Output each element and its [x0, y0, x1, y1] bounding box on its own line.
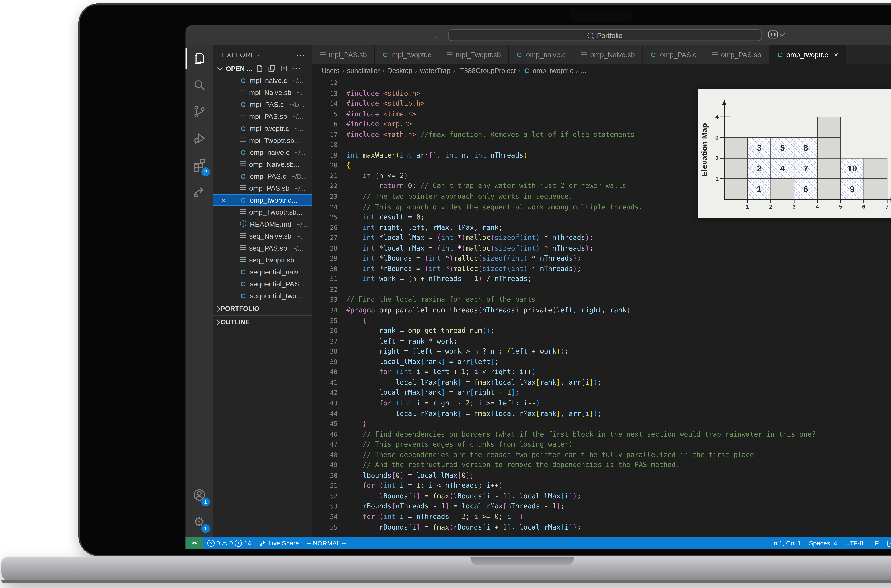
open-editor-item[interactable]: Comp_PAS.c~/D...: [213, 170, 312, 182]
open-editors-more-icon[interactable]: ···: [292, 64, 302, 72]
code-line[interactable]: 27 int *local_lMax = (int *)malloc(sizeo…: [312, 233, 891, 243]
tab-mpi_twoptr.c[interactable]: Cmpi_twoptr.c: [375, 45, 439, 64]
code-line[interactable]: 26 int right, left, rMax, lMax, rank;: [312, 222, 891, 233]
code-line[interactable]: 43 for (int i = right - 2; i >= left; i-…: [312, 398, 891, 408]
code-line[interactable]: 37 left = rank * work;: [312, 336, 891, 346]
open-editor-item[interactable]: seq_PAS.sb~/...: [213, 242, 312, 254]
breadcrumb-segment[interactable]: waterTrap: [420, 67, 450, 75]
nav-forward-icon[interactable]: →: [429, 30, 438, 40]
code-line[interactable]: 50 lBounds[0] = local_lMax[0];: [312, 470, 891, 480]
code-line[interactable]: 36 rank = omp_get_thread_num();: [312, 326, 891, 336]
encoding[interactable]: UTF-8: [841, 539, 867, 546]
section-portfolio[interactable]: PORTFOLIO: [213, 302, 312, 315]
breadcrumb-file[interactable]: omp_twoptr.c: [532, 67, 573, 75]
code-line[interactable]: 55 rBounds[i] = fmax(rBounds[i + 1], loc…: [312, 522, 891, 532]
code-line[interactable]: 33// Find the local maxima for each of t…: [312, 295, 891, 305]
open-editor-item[interactable]: omp_Naive.sb...: [213, 158, 312, 170]
eol[interactable]: LF: [867, 539, 883, 546]
nav-back-icon[interactable]: ←: [411, 30, 420, 40]
indentation[interactable]: Spaces: 4: [805, 539, 841, 546]
activitybar-source-control[interactable]: [185, 98, 213, 125]
open-editor-item[interactable]: seq_Twoptr.sb...: [213, 254, 312, 266]
code-line[interactable]: 31 int work = (n + nThreads - 1) / nThre…: [312, 274, 891, 284]
close-icon[interactable]: ×: [834, 50, 838, 58]
open-editor-item[interactable]: mpi_Naive.sb~...: [213, 86, 312, 98]
activitybar-search[interactable]: [185, 72, 213, 98]
file-name: README.md: [250, 220, 291, 228]
copilot-menu[interactable]: [768, 31, 784, 39]
tab-mpi_PAS.sb[interactable]: mpi_PAS.sb: [312, 45, 375, 64]
open-editor-item[interactable]: seq_Naive.sb~...: [213, 230, 312, 242]
code-line[interactable]: 49 // And the restructured version to re…: [312, 460, 891, 470]
tab-mpi_Twoptr.sb[interactable]: mpi_Twoptr.sb: [439, 45, 509, 64]
tab-omp_PAS.sb[interactable]: omp_PAS.sb: [704, 45, 769, 64]
section-outline[interactable]: OUTLINE: [213, 315, 312, 328]
code-line[interactable]: 53 rBounds[nThreads - 1] = local_rMax[nT…: [312, 501, 891, 512]
breadcrumb[interactable]: Users›suhailtailor›Desktop›waterTrap›IT3…: [312, 64, 891, 78]
open-editor-item[interactable]: ×Comp_twoptr.c...: [213, 194, 312, 206]
code-line[interactable]: 46 // Find dependencies on borders (what…: [312, 429, 891, 439]
code-line[interactable]: 48 // These dependencies are the reason …: [312, 450, 891, 460]
close-all-icon[interactable]: [280, 64, 288, 72]
tab-omp_twoptr.c[interactable]: Comp_twoptr.c×: [769, 45, 846, 64]
remote-indicator[interactable]: ><: [185, 537, 203, 549]
line-content: for (int i = right - 2; i >= left; i--): [346, 398, 891, 408]
code-line[interactable]: 34#pragma omp parallel num_threads(nThre…: [312, 305, 891, 315]
save-all-icon[interactable]: [268, 64, 276, 72]
code-line[interactable]: 39 local_lMax[rank] = arr[left];: [312, 357, 891, 367]
tab-omp_PAS.c[interactable]: Comp_PAS.c: [643, 45, 704, 64]
open-editor-item[interactable]: omp_Twoptr.sb...: [213, 206, 312, 218]
code-line[interactable]: 47 // This prevents edges of chunks from…: [312, 439, 891, 450]
code-line[interactable]: 42 local_rMax[rank] = arr[right - 1];: [312, 387, 891, 398]
code-line[interactable]: 12: [312, 78, 891, 88]
activitybar-accounts[interactable]: 1: [185, 482, 213, 508]
activitybar-run-debug[interactable]: [185, 125, 213, 152]
line-number: 28: [312, 243, 346, 254]
cursor-position[interactable]: Ln 1, Col 1: [766, 539, 805, 546]
tab-omp_Naive.sb[interactable]: omp_Naive.sb: [574, 45, 643, 64]
breadcrumb-segment[interactable]: Desktop: [387, 67, 412, 75]
close-icon[interactable]: ×: [221, 196, 226, 204]
open-editor-item[interactable]: Csequential_PAS...: [213, 278, 312, 290]
code-line[interactable]: 44 local_rMax[rank] = fmax(local_rMax[ra…: [312, 408, 891, 418]
explorer-more-icon[interactable]: ···: [296, 50, 306, 58]
open-editor-item[interactable]: mpi_Twoptr.sb...: [213, 134, 312, 146]
command-center-search[interactable]: Portfolio: [448, 29, 762, 41]
breadcrumb-segment[interactable]: Users: [322, 67, 339, 75]
code-line[interactable]: 40 for (int i = left + 1; i < right; i++…: [312, 367, 891, 377]
new-file-icon[interactable]: [256, 64, 264, 72]
open-editors-header[interactable]: OPEN ... ···: [213, 63, 312, 75]
activitybar-explorer[interactable]: [185, 45, 213, 72]
code-line[interactable]: 45 }: [312, 418, 891, 429]
open-editor-item[interactable]: ⓘREADME.md~/...: [213, 218, 312, 230]
code-line[interactable]: 38 right = (left + work > n ? n : (left …: [312, 346, 891, 357]
code-line[interactable]: 54 for (int i = nThreads - 2; i >= 0; i-…: [312, 512, 891, 522]
code-line[interactable]: 52 lBounds[i] = fmax(lBounds[i - 1], loc…: [312, 491, 891, 501]
activitybar-settings[interactable]: ⚙ 1: [185, 508, 213, 535]
code-line[interactable]: 32: [312, 284, 891, 295]
code-line[interactable]: 29 int *lBounds = (int *)malloc(sizeof(i…: [312, 254, 891, 264]
code-line[interactable]: 51 for (int i = 1; i < nThreads; i++): [312, 480, 891, 491]
open-editor-item[interactable]: Csequential_two...: [213, 290, 312, 302]
open-editor-item[interactable]: Cmpi_naive.c~/...: [213, 75, 312, 86]
open-editor-item[interactable]: Comp_naive.c~/...: [213, 146, 312, 158]
open-editor-item[interactable]: omp_PAS.sb~/...: [213, 182, 312, 194]
vim-mode[interactable]: -- NORMAL --: [303, 539, 350, 546]
code-line[interactable]: 35 {: [312, 315, 891, 326]
tab-omp_naive.c[interactable]: Comp_naive.c: [509, 45, 574, 64]
breadcrumb-tail[interactable]: ...: [581, 67, 586, 75]
open-editor-item[interactable]: Cmpi_PAS.c~/D...: [213, 98, 312, 110]
breadcrumb-segment[interactable]: suhailtailor: [347, 67, 380, 75]
code-line[interactable]: 30 int *rBounds = (int *)malloc(sizeof(i…: [312, 264, 891, 274]
open-editor-item[interactable]: Csequential_naiv...: [213, 266, 312, 278]
activitybar-live-share[interactable]: [185, 178, 213, 204]
open-editor-item[interactable]: mpi_PAS.sb~/...: [213, 110, 312, 122]
breadcrumb-segment[interactable]: IT388GroupProject: [458, 67, 516, 75]
live-share-status[interactable]: Live Share: [255, 539, 303, 546]
open-editor-item[interactable]: Cmpi_twoptr.c~...: [213, 122, 312, 134]
language-mode[interactable]: {}C: [883, 539, 891, 546]
activitybar-extensions[interactable]: 2: [185, 152, 213, 178]
code-line[interactable]: 41 local_lMax[rank] = fmax(local_lMax[ra…: [312, 377, 891, 387]
problems-status[interactable]: ×0 ⚠0 i14: [203, 539, 255, 546]
code-line[interactable]: 28 int *local_rMax = (int *)malloc(sizeo…: [312, 243, 891, 254]
